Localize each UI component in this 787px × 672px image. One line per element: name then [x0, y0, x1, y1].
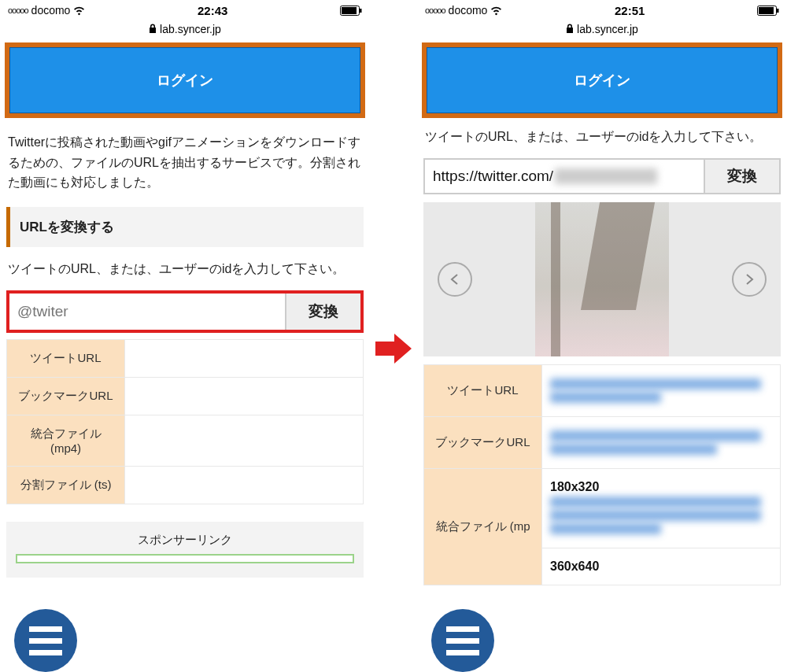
sponsor-label: スポンサーリンク	[138, 533, 232, 546]
table-row: ツイートURL	[7, 339, 364, 377]
hamburger-icon	[446, 626, 479, 632]
value-res-2[interactable]: 360x640	[542, 548, 781, 585]
video-carousel	[423, 202, 781, 356]
lock-icon	[149, 23, 157, 35]
label-bookmark-url: ブックマークURL	[7, 377, 125, 415]
login-button[interactable]: ログイン	[427, 47, 778, 113]
status-bar: ooooo docomo 22:43	[0, 0, 370, 20]
svg-rect-4	[759, 7, 774, 14]
screen-after: ooooo docomo 22:51 lab.syncer.jp ログイン ツイ…	[417, 0, 787, 672]
value-bookmark-url[interactable]	[542, 417, 781, 469]
status-time: 22:43	[198, 4, 227, 17]
carrier-label: docomo	[31, 4, 71, 17]
label-tweet-url: ツイートURL	[424, 365, 542, 417]
svg-rect-5	[777, 9, 779, 13]
table-row: ブックマークURL	[424, 417, 781, 469]
redacted-text	[555, 168, 657, 184]
results-table: ツイートURL ブックマークURL 統合ファイル (mp 180x320 360…	[423, 364, 781, 585]
hamburger-icon	[29, 626, 62, 632]
table-row: ツイートURL	[424, 365, 781, 417]
signal-dots-icon: ooooo	[425, 6, 445, 15]
value-res-1[interactable]: 180x320	[542, 469, 781, 548]
browser-url-bar: lab.syncer.jp	[417, 20, 787, 38]
menu-fab-button[interactable]	[14, 609, 77, 672]
results-table: ツイートURL ブックマークURL 統合ファイル (mp4) 分割ファイル (t…	[6, 339, 364, 504]
section-header-convert: URLを変換する	[6, 207, 364, 247]
url-input-row: 変換	[6, 290, 364, 333]
sponsor-section: スポンサーリンク	[6, 522, 364, 578]
carousel-prev-button[interactable]	[438, 262, 472, 297]
table-row: 分割ファイル (ts)	[7, 466, 364, 504]
url-input-row: https://twitter.com/ 変換	[423, 158, 781, 194]
table-row: ブックマークURL	[7, 377, 364, 415]
label-tweet-url: ツイートURL	[7, 339, 125, 377]
url-input[interactable]	[9, 294, 285, 330]
value-tweet-url[interactable]	[542, 365, 781, 417]
label-bookmark-url: ブックマークURL	[424, 417, 542, 469]
label-combined-file: 統合ファイル (mp4)	[7, 415, 125, 466]
menu-fab-button[interactable]	[431, 609, 494, 672]
carousel-next-button[interactable]	[732, 262, 767, 297]
url-input[interactable]: https://twitter.com/	[425, 160, 704, 193]
table-row: 統合ファイル (mp4)	[7, 415, 364, 466]
table-row: 統合ファイル (mp 180x320	[424, 469, 781, 548]
battery-icon	[757, 6, 779, 16]
svg-rect-1	[342, 7, 357, 14]
url-text: lab.syncer.jp	[160, 23, 221, 35]
wifi-icon	[73, 4, 85, 17]
screen-before: ooooo docomo 22:43 lab.syncer.jp ログイン Tw…	[0, 0, 370, 672]
input-prompt: ツイートのURL、または、ユーザーのidを入力して下さい。	[417, 123, 787, 152]
wifi-icon	[490, 4, 502, 17]
label-split-file: 分割ファイル (ts)	[7, 466, 125, 504]
svg-rect-2	[360, 9, 362, 13]
login-container: ログイン	[5, 42, 365, 118]
battery-icon	[340, 6, 362, 16]
browser-url-bar: lab.syncer.jp	[0, 20, 370, 38]
status-time: 22:51	[615, 4, 645, 17]
convert-button[interactable]: 変換	[704, 160, 779, 193]
label-combined-file: 統合ファイル (mp	[424, 469, 542, 585]
video-thumbnail[interactable]	[535, 202, 669, 356]
convert-button[interactable]: 変換	[285, 294, 360, 330]
login-container: ログイン	[422, 42, 782, 118]
signal-dots-icon: ooooo	[8, 6, 28, 15]
url-text: lab.syncer.jp	[577, 23, 638, 35]
sponsor-ad-placeholder	[16, 554, 354, 563]
login-button[interactable]: ログイン	[9, 47, 360, 113]
lock-icon	[566, 23, 574, 35]
service-description: Twitterに投稿された動画やgifアニメーションをダウンロードするための、フ…	[0, 123, 370, 202]
input-prompt: ツイートのURL、または、ユーザーのidを入力して下さい。	[0, 255, 370, 284]
carrier-label: docomo	[449, 4, 488, 17]
arrow-right-icon	[375, 330, 412, 367]
status-bar: ooooo docomo 22:51	[417, 0, 787, 20]
